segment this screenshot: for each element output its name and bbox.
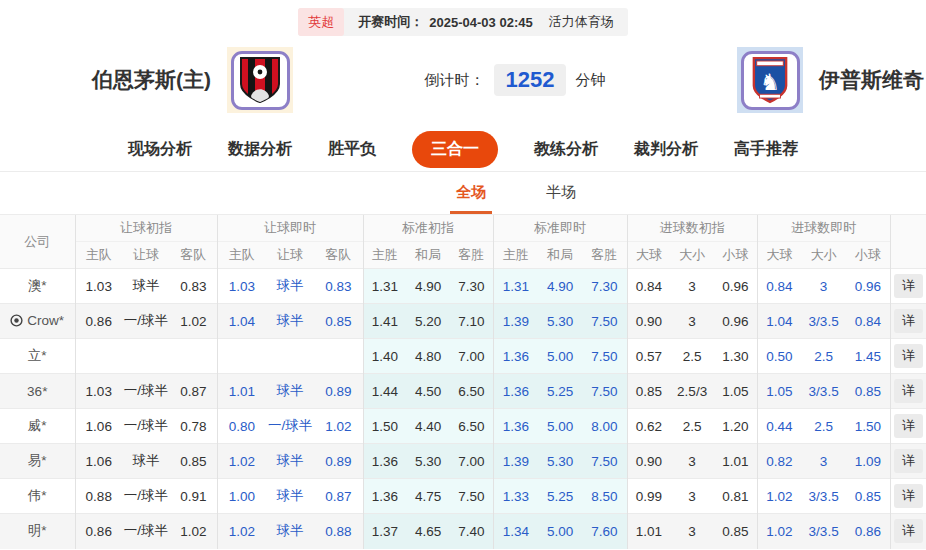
nav-tab-data-analysis[interactable]: 数据分析 <box>228 139 292 160</box>
subcolumn-header: 客胜 <box>582 242 627 269</box>
odds-cell: 1.39 <box>493 444 538 479</box>
odds-cell: 1.02 <box>217 514 266 549</box>
odds-cell: 1.36 <box>363 479 406 514</box>
odds-cell: 8.00 <box>582 409 627 444</box>
odds-cell: 球半 <box>266 374 314 409</box>
odds-cell: 1.36 <box>493 374 538 409</box>
detail-button[interactable]: 详 <box>894 344 923 368</box>
odds-cell: 0.44 <box>757 409 801 444</box>
nav-tab-live-analysis[interactable]: 现场分析 <box>128 139 192 160</box>
league-badge[interactable]: 英超 <box>298 8 344 36</box>
company-name: Crow* <box>0 304 75 339</box>
odds-cell: 一/球半 <box>122 514 170 549</box>
company-name: 36* <box>0 374 75 409</box>
detail-button[interactable]: 详 <box>894 309 923 333</box>
sub-tabs: 全场半场 <box>0 172 926 214</box>
nav-tab-coach-analysis[interactable]: 教练分析 <box>534 139 598 160</box>
away-team-badge: ♞ <box>737 47 803 113</box>
nav-tab-expert-picks[interactable]: 高手推荐 <box>734 139 798 160</box>
table-row: 威*1.06一/球半0.780.80一/球半1.021.504.406.501.… <box>0 409 926 444</box>
odds-cell: 1.06 <box>75 409 122 444</box>
detail-button[interactable]: 详 <box>894 274 923 298</box>
odds-cell: 1.39 <box>493 304 538 339</box>
odds-cell: 一/球半 <box>122 409 170 444</box>
odds-cell: 7.00 <box>450 444 493 479</box>
sub-tab-full-match[interactable]: 全场 <box>450 172 492 214</box>
odds-cell: 7.10 <box>450 304 493 339</box>
subcolumn-header: 小球 <box>714 242 757 269</box>
table-row: 澳*1.03球半0.831.03球半0.831.314.907.301.314.… <box>0 269 926 304</box>
odds-cell: 5.00 <box>538 339 582 374</box>
detail-cell: 详 <box>890 339 926 374</box>
sub-tab-half-match[interactable]: 半场 <box>540 172 582 214</box>
odds-cell: 4.90 <box>538 269 582 304</box>
subcolumn-header: 和局 <box>406 242 450 269</box>
odds-cell: 0.87 <box>314 479 363 514</box>
odds-cell: 0.89 <box>314 444 363 479</box>
odds-cell: 1.00 <box>217 479 266 514</box>
countdown-label: 倒计时： <box>425 71 485 90</box>
away-team: ♞ 伊普斯维奇 <box>737 47 924 113</box>
odds-cell: 7.50 <box>582 304 627 339</box>
odds-cell: 4.80 <box>406 339 450 374</box>
venue-name: 活力体育场 <box>549 13 614 31</box>
odds-cell: 0.86 <box>846 514 890 549</box>
nav-tab-referee-analysis[interactable]: 裁判分析 <box>634 139 698 160</box>
odds-cell: 0.86 <box>75 514 122 549</box>
nav-tab-win-draw-loss[interactable]: 胜平负 <box>328 139 376 160</box>
odds-cell: 0.96 <box>714 304 757 339</box>
odds-cell: 2.5/3 <box>670 374 714 409</box>
detail-button[interactable]: 详 <box>894 414 923 438</box>
table-row: 易*1.06球半0.851.02球半0.891.365.307.001.395.… <box>0 444 926 479</box>
odds-cell: 1.20 <box>714 409 757 444</box>
odds-cell: 0.84 <box>627 269 670 304</box>
odds-cell: 5.00 <box>538 514 582 549</box>
odds-cell: 1.02 <box>314 409 363 444</box>
odds-cell: 3 <box>670 304 714 339</box>
subcolumn-header: 大小 <box>670 242 714 269</box>
odds-cell: 3 <box>801 269 846 304</box>
odds-cell: 1.02 <box>217 444 266 479</box>
odds-cell: 0.50 <box>757 339 801 374</box>
odds-cell: 1.33 <box>493 479 538 514</box>
odds-cell: 0.88 <box>75 479 122 514</box>
company-name: 立* <box>0 339 75 374</box>
odds-cell: 7.40 <box>450 514 493 549</box>
subcolumn-header: 让球 <box>266 242 314 269</box>
detail-button[interactable]: 详 <box>894 519 923 543</box>
subcolumn-header: 客队 <box>314 242 363 269</box>
subcolumn-header: 客队 <box>170 242 217 269</box>
odds-cell: 0.96 <box>714 269 757 304</box>
odds-cell: 5.30 <box>538 444 582 479</box>
odds-cell: 4.75 <box>406 479 450 514</box>
odds-cell: 1.36 <box>493 409 538 444</box>
odds-cell: 3 <box>670 514 714 549</box>
company-name: 明* <box>0 514 75 549</box>
odds-cell: 0.80 <box>217 409 266 444</box>
group-header-5: 进球数即时 <box>757 215 890 242</box>
detail-cell: 详 <box>890 514 926 549</box>
odds-cell: 4.40 <box>406 409 450 444</box>
odds-cell: 1.04 <box>217 304 266 339</box>
kickoff-label: 开赛时间： <box>358 13 423 31</box>
detail-button[interactable]: 详 <box>894 484 923 508</box>
odds-cell: 1.04 <box>757 304 801 339</box>
subcolumn-header: 大球 <box>627 242 670 269</box>
odds-cell: 3/3.5 <box>801 479 846 514</box>
group-header-2: 标准初指 <box>363 215 493 242</box>
odds-cell: 0.85 <box>846 374 890 409</box>
odds-cell: 0.90 <box>627 304 670 339</box>
odds-cell: 1.36 <box>493 339 538 374</box>
odds-cell <box>266 339 314 374</box>
detail-button[interactable]: 详 <box>894 379 923 403</box>
odds-cell: 球半 <box>122 444 170 479</box>
odds-cell: 4.65 <box>406 514 450 549</box>
odds-cell: 0.87 <box>170 374 217 409</box>
detail-button[interactable]: 详 <box>894 449 923 473</box>
odds-cell: 1.01 <box>714 444 757 479</box>
nav-tab-three-in-one[interactable]: 三合一 <box>412 131 498 168</box>
odds-cell: 3 <box>670 444 714 479</box>
odds-cell: 2.5 <box>801 409 846 444</box>
company-name: 伟* <box>0 479 75 514</box>
odds-cell: 1.50 <box>846 409 890 444</box>
